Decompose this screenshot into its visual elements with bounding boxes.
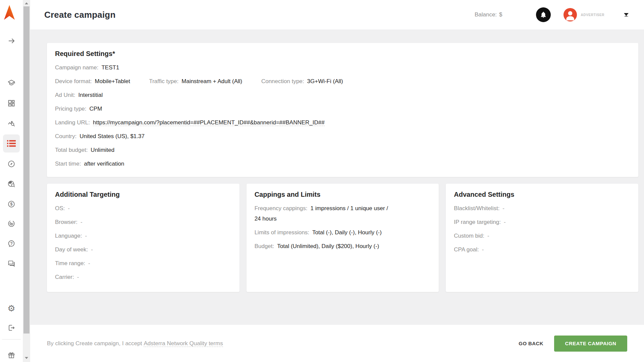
adsterra-logo[interactable]: [3, 5, 15, 21]
content: Required Settings* Campaign name:TEST1 D…: [30, 29, 644, 325]
main-area: Create campaign Balance:$ ADVERTISER: [30, 0, 644, 362]
sidebar-item-dashboard[interactable]: [5, 97, 18, 110]
field-label: Total budget:: [55, 147, 88, 153]
bell-icon: [540, 11, 547, 18]
cappings-limits-card: Cappings and Limits Frequency cappings:1…: [247, 184, 439, 292]
field-label: Country:: [55, 133, 76, 139]
field-label: Custom bid:: [454, 233, 484, 239]
sidebar-item-settings[interactable]: ⚙: [5, 302, 18, 315]
balance-label: Balance:: [475, 11, 497, 18]
field-value: -: [68, 205, 70, 212]
campaigns-list-icon: [7, 140, 16, 147]
card-title: Cappings and Limits: [255, 190, 431, 198]
field-label: Landing URL:: [55, 119, 90, 126]
terms-prefix: By clicking Create campaign, I accept: [47, 340, 142, 347]
row-device-traffic-connection: Device format:Mobile+Tablet Traffic type…: [55, 76, 630, 86]
field-value: Interstitial: [78, 92, 103, 98]
field-label: CPA goal:: [454, 246, 479, 253]
sidebar-item-campaigns[interactable]: [3, 134, 20, 153]
field-value: 3G+Wi-Fi (All): [307, 78, 343, 84]
row-start-time: Start time:after verification: [55, 159, 630, 169]
footer: By clicking Create campaign, I acceptAds…: [30, 325, 644, 362]
svg-text:$: $: [10, 202, 13, 206]
field-label: Connection type:: [261, 78, 304, 84]
row-ad-unit: Ad Unit:Interstitial: [55, 90, 630, 100]
sidebar-divider: [2, 339, 21, 340]
row-pricing-type: Pricing type:CPM: [55, 104, 630, 114]
row-total-budget: Total budget:Unlimited: [55, 145, 630, 155]
row-campaign-name: Campaign name:TEST1: [55, 62, 630, 73]
sidebar-expand-arrow-icon[interactable]: [5, 34, 18, 48]
field-label: Frequency cappings:: [255, 205, 308, 212]
field-value: -: [85, 233, 87, 239]
notifications-button[interactable]: [536, 7, 551, 22]
field-value: -: [502, 205, 504, 212]
card-title: Advanced Settings: [454, 190, 630, 198]
field-label: Day of week:: [55, 246, 88, 253]
scrollbar-thumb[interactable]: [23, 6, 30, 334]
go-back-button[interactable]: GO BACK: [513, 336, 549, 351]
page-title: Create campaign: [44, 10, 116, 20]
vertical-scrollbar[interactable]: [23, 0, 30, 362]
sidebar-item-statistics[interactable]: [5, 117, 18, 130]
field-label: Start time:: [55, 161, 81, 167]
scrollbar-up-arrow-icon[interactable]: [25, 2, 28, 4]
sidebar-item-chat[interactable]: [5, 257, 18, 270]
terms-link[interactable]: Adsterra Network Quality terms: [144, 340, 223, 347]
field-value: Mainstream + Adult (All): [181, 78, 242, 84]
sidebar-item-goal[interactable]: [5, 217, 18, 230]
field-value: -: [487, 233, 489, 239]
field-value: Total (Unlimited), Daily ($200), Hourly …: [277, 243, 379, 249]
field-label: Traffic type:: [149, 78, 178, 84]
field-label: Device format:: [55, 78, 92, 84]
field-value: United States (US), $1.37: [79, 133, 145, 139]
svg-text:?: ?: [10, 241, 13, 246]
terms-text: By clicking Create campaign, I acceptAds…: [47, 340, 223, 347]
settings-gear-icon: ⚙: [7, 302, 15, 315]
balance-value: $: [499, 11, 502, 18]
field-label: OS:: [55, 205, 65, 212]
sidebar-item-academy[interactable]: [5, 76, 18, 89]
account-menu-caret-icon[interactable]: [624, 13, 629, 16]
summary-cards-row: Additional Targeting OS:- Browser:- Lang…: [47, 184, 638, 292]
field-value: Mobile+Tablet: [95, 78, 130, 84]
field-label: Browser:: [55, 219, 77, 225]
field-label: Budget:: [255, 243, 274, 249]
field-label: IP range targeting:: [454, 219, 501, 225]
field-value: TEST1: [101, 64, 119, 71]
field-value: -: [482, 246, 484, 253]
field-label: Campaign name:: [55, 64, 98, 71]
sidebar-item-logout[interactable]: [5, 321, 18, 335]
field-value: after verification: [84, 161, 124, 167]
field-label: Pricing type:: [55, 106, 87, 112]
field-value: -: [504, 219, 506, 225]
field-label: Limits of impressions:: [255, 229, 309, 236]
sidebar-item-explore[interactable]: [5, 157, 18, 171]
sidebar-item-help[interactable]: ?: [5, 237, 18, 250]
scrollbar-down-arrow-icon[interactable]: [25, 357, 28, 359]
create-campaign-button[interactable]: CREATE CAMPAIGN: [554, 336, 627, 352]
sidebar-item-payments[interactable]: $: [5, 197, 18, 211]
field-label: Language:: [55, 233, 82, 239]
footer-actions: GO BACK CREATE CAMPAIGN: [513, 336, 627, 352]
header-right: Balance:$ ADVERTISER: [475, 7, 629, 22]
header: Create campaign Balance:$ ADVERTISER: [30, 0, 644, 29]
field-label: Ad Unit:: [55, 92, 75, 98]
person-icon: [564, 8, 577, 21]
card-title: Additional Targeting: [55, 190, 231, 198]
sidebar-item-globe-search[interactable]: [5, 177, 18, 191]
sidebar-item-gift[interactable]: [5, 349, 18, 362]
field-value: -: [80, 219, 83, 225]
field-value: Total (-), Daily (-), Hourly (-): [312, 229, 382, 236]
field-value: Unlimited: [91, 147, 114, 153]
advanced-settings-card: Advanced Settings Blacklist/Whitelist:- …: [446, 184, 638, 292]
account-role-label: ADVERTISER: [581, 13, 604, 17]
avatar[interactable]: [564, 8, 577, 21]
card-title: Required Settings*: [55, 49, 630, 58]
app-root: $ ? ⚙: [0, 0, 644, 362]
row-landing-url: Landing URL:https://mycampaign.com/?plac…: [55, 117, 630, 128]
landing-url-link[interactable]: https://mycampaign.com/?placementid=##PL…: [93, 119, 325, 126]
row-country: Country:United States (US), $1.37: [55, 131, 630, 141]
field-value: -: [88, 260, 90, 266]
field-label: Carrier:: [55, 274, 74, 280]
